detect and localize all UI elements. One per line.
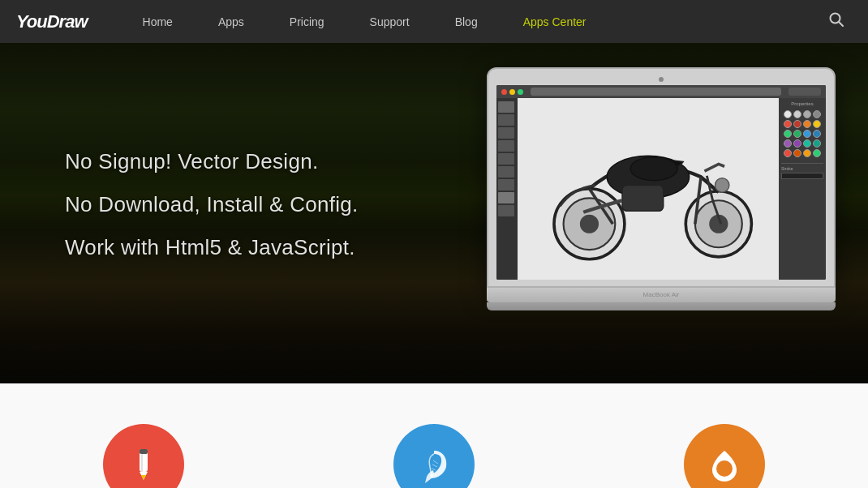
nav-home[interactable]: Home: [120, 0, 196, 43]
laptop-mockup: Properties: [487, 67, 836, 310]
app-drawing[interactable]: Drawing: [103, 424, 184, 488]
svg-rect-16: [141, 454, 143, 472]
hero-line-3: Work with Html5 & JavaScript.: [65, 235, 359, 260]
logo-draw: Draw: [47, 11, 88, 32]
paint-icon: [704, 444, 745, 485]
laptop-screen: Properties: [496, 85, 826, 280]
app-painter[interactable]: Painter: [684, 424, 765, 488]
svg-line-1: [839, 22, 843, 26]
svg-point-17: [716, 460, 733, 477]
nav-pricing[interactable]: Pricing: [267, 0, 347, 43]
search-icon[interactable]: [821, 12, 852, 31]
drawing-icon-container: [103, 424, 184, 488]
nav-links: Home Apps Pricing Support Blog Apps Cent…: [120, 0, 821, 43]
svg-rect-15: [140, 449, 148, 454]
hero-text: No Signup! Vector Design. No Download, I…: [65, 149, 359, 278]
svg-point-9: [630, 157, 677, 181]
svg-point-4: [580, 215, 599, 233]
logo[interactable]: YouDraw: [16, 11, 88, 32]
nav-apps[interactable]: Apps: [196, 0, 267, 43]
svg-point-11: [715, 178, 729, 192]
svg-marker-14: [141, 475, 146, 480]
svg-rect-10: [622, 186, 664, 212]
svg-point-18: [717, 456, 722, 461]
logo-you: You: [16, 11, 47, 32]
navigation: YouDraw Home Apps Pricing Support Blog A…: [0, 0, 868, 43]
nav-support[interactable]: Support: [347, 0, 432, 43]
feather-icon: [414, 444, 454, 485]
hero-line-2: No Download, Install & Config.: [65, 192, 359, 217]
laptop-camera: [659, 77, 664, 82]
hero-section: No Signup! Vector Design. No Download, I…: [0, 43, 868, 383]
hero-line-1: No Signup! Vector Design.: [65, 149, 359, 174]
laptop-stand: [487, 302, 836, 310]
app-logo-creator[interactable]: Logo Creator: [391, 424, 476, 488]
nav-apps-center[interactable]: Apps Center: [501, 0, 609, 43]
logo-creator-icon-container: [393, 424, 475, 488]
laptop-body: Properties: [487, 67, 836, 288]
nav-blog[interactable]: Blog: [432, 0, 501, 43]
laptop-label: MacBook Air: [487, 288, 836, 302]
painter-icon-container: [684, 424, 765, 488]
pencil-icon: [123, 444, 164, 485]
apps-section: Drawing Logo Creator: [0, 383, 868, 488]
laptop-base: MacBook Air: [487, 288, 836, 302]
